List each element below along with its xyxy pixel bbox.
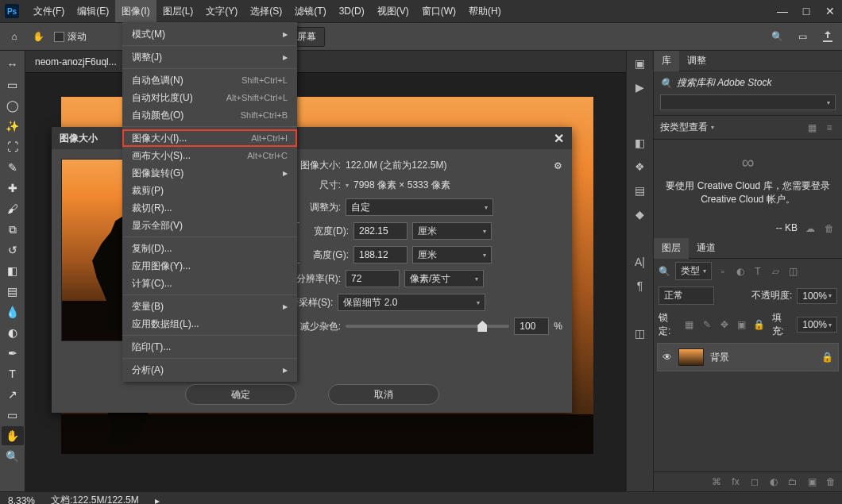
libraries-dropdown[interactable]: ▾ xyxy=(660,94,836,110)
blend-mode-dropdown[interactable]: 正常 xyxy=(659,287,714,305)
menu-file[interactable]: 文件(F) xyxy=(27,0,71,22)
zoom-tool-icon[interactable]: 🔍 xyxy=(2,447,24,466)
menu-type[interactable]: 文字(Y) xyxy=(199,0,244,22)
tab-libraries[interactable]: 库 xyxy=(654,51,679,71)
actions-panel-icon[interactable]: ▶ xyxy=(632,79,648,95)
eraser-tool-icon[interactable]: ◧ xyxy=(2,261,24,280)
dim-dropdown-icon[interactable]: ▾ xyxy=(346,182,349,189)
libraries-search[interactable]: 🔍 搜索库和 Adobe Stock xyxy=(660,76,836,90)
styles-panel-icon[interactable]: ❖ xyxy=(632,159,648,175)
dialog-close-button[interactable]: ✕ xyxy=(554,131,564,146)
menu-filter[interactable]: 滤镜(T) xyxy=(288,0,332,22)
menu-item[interactable]: 应用图像(Y)... xyxy=(122,257,297,275)
menu-item[interactable]: 图像大小(I)...Alt+Ctrl+I xyxy=(122,129,297,147)
menu-item[interactable]: 画布大小(S)...Alt+Ctrl+C xyxy=(122,147,297,164)
filter-smart-icon[interactable]: ◫ xyxy=(786,265,799,278)
blur-tool-icon[interactable]: 💧 xyxy=(2,302,24,321)
menu-item[interactable]: 图像旋转(G) xyxy=(122,164,297,182)
menu-item[interactable]: 模式(M) xyxy=(122,25,297,43)
menu-item[interactable]: 计算(C)... xyxy=(122,275,297,292)
cloud-sync-icon[interactable]: ☁ xyxy=(804,222,817,235)
home-icon[interactable]: ⌂ xyxy=(6,29,22,44)
brush-tool-icon[interactable]: 🖌 xyxy=(2,199,24,218)
menu-window[interactable]: 窗口(W) xyxy=(415,0,462,22)
status-arrow-icon[interactable]: ▸ xyxy=(155,495,160,505)
grid-view-icon[interactable]: ▦ xyxy=(805,121,818,134)
new-layer-icon[interactable]: ▣ xyxy=(805,475,818,488)
scroll-checkbox[interactable] xyxy=(54,32,64,42)
mask-icon[interactable]: ◻ xyxy=(748,475,761,488)
menu-item[interactable]: 复制(D)... xyxy=(122,240,297,257)
character-panel-icon[interactable]: A| xyxy=(632,254,648,270)
share-icon[interactable] xyxy=(820,29,836,44)
window-minimize[interactable]: — xyxy=(771,0,794,22)
marquee-tool-icon[interactable]: ▭ xyxy=(2,75,24,94)
path-tool-icon[interactable]: ↗ xyxy=(2,385,24,404)
hand-tool-icon[interactable]: ✋ xyxy=(2,426,24,445)
resolution-unit-select[interactable]: 像素/英寸▾ xyxy=(404,270,484,287)
history-panel-icon[interactable]: ▣ xyxy=(632,56,648,71)
heal-tool-icon[interactable]: ✚ xyxy=(2,179,24,198)
menu-item[interactable]: 裁剪(P) xyxy=(122,182,297,199)
menu-item[interactable]: 调整(J) xyxy=(122,48,297,66)
crop-tool-icon[interactable]: ⛶ xyxy=(2,137,24,156)
shape-tool-icon[interactable]: ▭ xyxy=(2,406,24,425)
menu-item[interactable]: 显示全部(V) xyxy=(122,217,297,234)
lock-position-icon[interactable]: ✎ xyxy=(701,318,713,331)
menu-image[interactable]: 图像(I) xyxy=(115,0,156,22)
menu-item[interactable]: 陷印(T)... xyxy=(122,338,297,356)
scroll-option[interactable]: 滚动 xyxy=(54,30,87,44)
tab-adjustments[interactable]: 调整 xyxy=(679,51,714,71)
fit-to-select[interactable]: 自定▾ xyxy=(346,198,493,216)
window-maximize[interactable]: □ xyxy=(794,0,818,22)
filter-pixel-icon[interactable]: ▫ xyxy=(716,265,729,278)
menu-edit[interactable]: 编辑(E) xyxy=(71,0,115,22)
filter-type-icon[interactable]: T xyxy=(751,265,764,278)
reduce-noise-input[interactable] xyxy=(514,317,549,335)
menu-item[interactable]: 变量(B) xyxy=(122,298,297,315)
menu-item[interactable]: 分析(A) xyxy=(122,361,297,379)
menu-item[interactable]: 应用数据组(L)... xyxy=(122,315,297,333)
reduce-noise-slider[interactable] xyxy=(346,325,509,328)
view-by-type-label[interactable]: 按类型查看 xyxy=(660,121,708,134)
lasso-tool-icon[interactable]: ◯ xyxy=(2,96,24,115)
color-panel-icon[interactable]: ◆ xyxy=(632,206,648,222)
adjustment-layer-icon[interactable]: ◐ xyxy=(767,475,780,488)
layers-panel-icon[interactable]: ◫ xyxy=(632,325,648,341)
fx-icon[interactable]: fx xyxy=(729,475,742,488)
eyedropper-tool-icon[interactable]: ✎ xyxy=(2,158,24,177)
width-input[interactable] xyxy=(353,222,407,240)
adjustments-panel-icon[interactable]: ◧ xyxy=(632,135,648,151)
link-layers-icon[interactable]: ⌘ xyxy=(710,475,723,488)
filter-adjust-icon[interactable]: ◐ xyxy=(734,265,747,278)
visibility-icon[interactable]: 👁 xyxy=(662,352,672,363)
dodge-tool-icon[interactable]: ◐ xyxy=(2,323,24,342)
menu-select[interactable]: 选择(S) xyxy=(244,0,288,22)
layer-background[interactable]: 👁 背景 🔒 xyxy=(657,343,839,371)
paragraph-panel-icon[interactable]: ¶ xyxy=(632,278,648,294)
wand-tool-icon[interactable]: ✨ xyxy=(2,117,24,136)
menu-3d[interactable]: 3D(D) xyxy=(333,0,371,22)
cancel-button[interactable]: 取消 xyxy=(328,384,439,405)
document-tab[interactable]: neom-anozjF6uql... xyxy=(25,51,626,73)
height-input[interactable] xyxy=(353,246,407,264)
filter-type-dropdown[interactable]: 类型▾ xyxy=(675,262,712,280)
opacity-value[interactable]: 100%▾ xyxy=(797,288,837,304)
width-unit-select[interactable]: 厘米▾ xyxy=(412,222,492,240)
stamp-tool-icon[interactable]: ⧉ xyxy=(2,220,24,239)
workspace-icon[interactable]: ▭ xyxy=(794,29,810,44)
document-info[interactable]: 文档:122.5M/122.5M xyxy=(51,494,139,504)
swatches-panel-icon[interactable]: ▤ xyxy=(632,183,648,198)
move-tool-icon[interactable]: ↔ xyxy=(2,55,24,74)
list-view-icon[interactable]: ≡ xyxy=(823,121,836,134)
hand-tool-preset-icon[interactable]: ✋ xyxy=(30,29,46,44)
lock-pixels-icon[interactable]: ▦ xyxy=(684,318,695,331)
filter-search-icon[interactable]: 🔍 xyxy=(659,266,670,277)
search-icon[interactable]: 🔍 xyxy=(769,29,785,44)
tab-channels[interactable]: 通道 xyxy=(689,238,724,259)
gear-icon[interactable]: ⚙ xyxy=(554,160,562,171)
menu-help[interactable]: 帮助(H) xyxy=(462,0,508,22)
lock-artboard-icon[interactable]: ▣ xyxy=(736,318,747,331)
window-close[interactable]: ✕ xyxy=(818,0,842,22)
filter-shape-icon[interactable]: ▱ xyxy=(769,265,782,278)
